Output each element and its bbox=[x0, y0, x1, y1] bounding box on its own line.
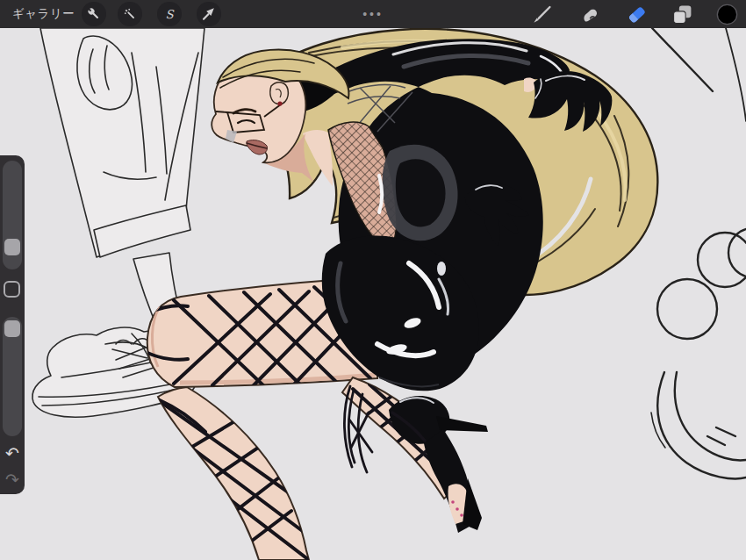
adjustments-button[interactable] bbox=[118, 2, 142, 26]
ear bbox=[270, 83, 289, 104]
wrench-icon bbox=[85, 5, 103, 23]
actions-button[interactable] bbox=[82, 2, 106, 26]
modify-button[interactable] bbox=[4, 281, 20, 298]
canvas-options-button[interactable]: ••• bbox=[347, 0, 399, 28]
opacity-slider[interactable] bbox=[3, 317, 22, 436]
selection-s-icon: S bbox=[161, 5, 178, 23]
layers-icon bbox=[671, 4, 693, 25]
side-toolbar: ↶ ↷ bbox=[0, 155, 25, 494]
undo-button[interactable]: ↶ bbox=[0, 442, 25, 464]
undo-icon: ↶ bbox=[5, 443, 19, 463]
eraser-icon bbox=[626, 4, 648, 25]
top-toolbar: ギャラリー S bbox=[0, 0, 746, 28]
color-swatch-button[interactable] bbox=[714, 2, 739, 26]
brush-size-slider[interactable] bbox=[3, 161, 22, 269]
brush-icon bbox=[531, 4, 553, 25]
transform-arrow-icon bbox=[200, 5, 218, 23]
transform-button[interactable] bbox=[197, 2, 221, 26]
canvas-area[interactable] bbox=[0, 28, 746, 560]
layers-button[interactable] bbox=[670, 2, 694, 26]
redo-button[interactable]: ↷ bbox=[0, 468, 25, 491]
redo-icon: ↷ bbox=[5, 470, 19, 489]
eraser-button[interactable] bbox=[624, 2, 649, 26]
svg-text:S: S bbox=[165, 8, 174, 21]
earring bbox=[277, 101, 282, 105]
artwork-illustration bbox=[0, 28, 746, 560]
selection-button[interactable]: S bbox=[157, 2, 182, 26]
magic-wand-icon bbox=[121, 5, 139, 23]
paint-brush-button[interactable] bbox=[529, 2, 554, 26]
smudge-button[interactable] bbox=[577, 2, 602, 26]
color-swatch-icon bbox=[716, 4, 738, 25]
opacity-handle[interactable] bbox=[4, 320, 20, 337]
brush-size-handle[interactable] bbox=[4, 239, 20, 255]
smudge-finger-icon bbox=[579, 4, 601, 25]
gallery-button[interactable]: ギャラリー bbox=[12, 0, 75, 28]
